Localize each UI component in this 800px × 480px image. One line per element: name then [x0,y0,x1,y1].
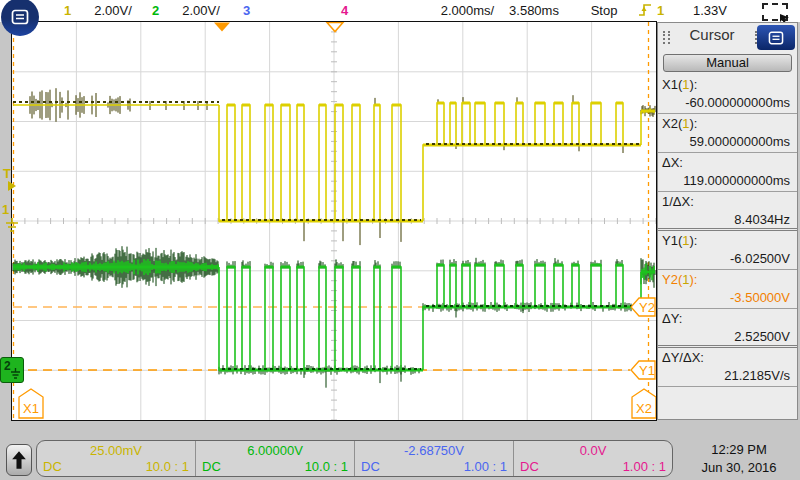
ch1-ground-icon [4,217,20,237]
channel-1-settings[interactable]: 25.00mV DC 10.0 : 1 [37,441,196,476]
ch4-number[interactable]: 4 [341,3,348,18]
channel-coupling: DC [202,459,221,474]
y2-cursor-label[interactable]: Y2 [631,298,655,316]
ch2-number[interactable]: 2 [152,3,159,18]
cursor-row-label: 1/ΔX: [662,194,793,209]
channel-coupling: DC [520,459,539,474]
channel-offset: 25.00mV [37,441,195,458]
region-select-icon[interactable] [762,3,788,21]
ch2-ground-icon [10,368,21,380]
x2-cursor-label[interactable]: X2 [632,389,656,418]
trigger-level[interactable]: 1.33V [684,3,736,18]
cursor-row-label: Y2(1): [662,272,793,287]
y2-cursor-text: Y2 [639,300,655,315]
cursor-row-label: ΔY/ΔX: [662,350,793,365]
cursor-row-value: 119.000000000ms [662,173,793,188]
oscilloscope-screen: 1 2.00V/ 2 2.00V/ 3 4 2.000ms/ 3.580ms S… [0,0,800,480]
time-text: 12:29 PM [683,441,795,459]
date-text: Jun 30, 2016 [683,459,795,477]
ch3-number[interactable]: 3 [243,3,250,18]
trigger-level-arrow-icon[interactable] [8,181,16,191]
cursor-row-dy: ΔY: 2.52500V [658,309,797,348]
top-bar: 1 2.00V/ 2 2.00V/ 3 4 2.000ms/ 3.580ms S… [0,0,800,22]
channel-4-settings[interactable]: 0.0V DC 1.00 : 1 [514,441,672,476]
x1-cursor-text: X1 [23,401,39,416]
cursor-row-label: ΔX: [662,155,793,170]
cursor-row-x1[interactable]: X1(1): -60.000000000ms [658,75,797,114]
cursor-row-value: -6.02500V [662,251,793,266]
cursor-panel: Cursor Manual X1(1): -60.000000000ms X2(… [657,22,798,420]
channel-offset: -2.68750V [355,441,513,458]
channel-probe-ratio: 1.00 : 1 [464,459,507,474]
cursor-readouts: X1(1): -60.000000000ms X2(1): 59.0000000… [658,75,797,387]
x1-cursor-label[interactable]: X1 [19,389,43,418]
timebase-scale[interactable]: 2.000ms/ [425,3,510,18]
menu-icon [11,9,29,25]
trigger-source: 1 [657,3,664,18]
x2-cursor-text: X2 [636,401,652,416]
channel-3-settings[interactable]: -2.68750V DC 1.00 : 1 [355,441,514,476]
cursor-row-dx: ΔX: 119.000000000ms [658,153,797,192]
channel-probe-ratio: 10.0 : 1 [146,459,189,474]
y1-cursor-text: Y1 [639,363,655,378]
channel-2-settings[interactable]: 6.00000V DC 10.0 : 1 [196,441,355,476]
menu-icon [768,31,784,45]
cursor-mode-button[interactable]: Manual [663,54,792,72]
scope-plot[interactable]: X1 X2 Y1 Y2 [12,22,656,420]
cursor-row-label: X2(1): [662,116,793,131]
cursor-row-value: 59.000000000ms [662,134,793,149]
cursor-row-value: 8.4034Hz [662,212,793,227]
cursor-row-label: ΔY: [662,311,793,326]
cursor-row-label: X1(1): [662,77,793,92]
timebase-delay[interactable]: 3.580ms [506,3,562,18]
ch1-number[interactable]: 1 [64,3,71,18]
ch2-scale[interactable]: 2.00V/ [172,3,230,18]
time-reference-marker [327,23,343,32]
ch1-ground-marker[interactable]: 1 [2,202,9,217]
cursor-row-label: Y1(1): [662,233,793,248]
clock: 12:29 PM Jun 30, 2016 [683,441,795,477]
cursor-row-y1[interactable]: Y1(1): -6.02500V [658,231,797,270]
run-status: Stop [584,3,624,18]
waveform-display[interactable]: X1 X2 Y1 Y2 [11,21,657,421]
channel-offset: 6.00000V [196,441,354,458]
y1-cursor-label[interactable]: Y1 [631,361,655,379]
panel-menu-button[interactable] [757,25,795,50]
cursor-row-value: 21.2185V/s [662,368,793,383]
cursor-row-value: -60.000000000ms [662,95,793,110]
panel-title: Cursor [666,26,758,43]
trigger-level-marker[interactable]: T [3,166,11,181]
cursor-row-slope: ΔY/ΔX: 21.2185V/s [658,348,797,387]
ch2-ground-marker[interactable]: 2 [0,357,24,383]
cursor-row-value: -3.50000V [662,290,793,305]
channel-probe-ratio: 10.0 : 1 [305,459,348,474]
cursor-row-x2[interactable]: X2(1): 59.000000000ms [658,114,797,153]
cursor-row-y2[interactable]: Y2(1): -3.50000V [658,270,797,309]
trigger-edge-icon [638,2,652,21]
channel-coupling: DC [361,459,380,474]
cursor-row-value: 2.52500V [662,329,793,344]
trigger-position-marker[interactable] [214,23,230,32]
channel-coupling: DC [43,459,62,474]
channel-status-panel: 25.00mV DC 10.0 : 1 6.00000V DC 10.0 : 1… [36,440,673,477]
channel-offset: 0.0V [514,441,672,458]
cursor-row-inv-dx: 1/ΔX: 8.4034Hz [658,192,797,231]
expand-panel-button[interactable] [6,444,32,476]
channel-probe-ratio: 1.00 : 1 [623,459,666,474]
ch1-scale[interactable]: 2.00V/ [84,3,142,18]
up-arrow-icon [10,449,28,471]
